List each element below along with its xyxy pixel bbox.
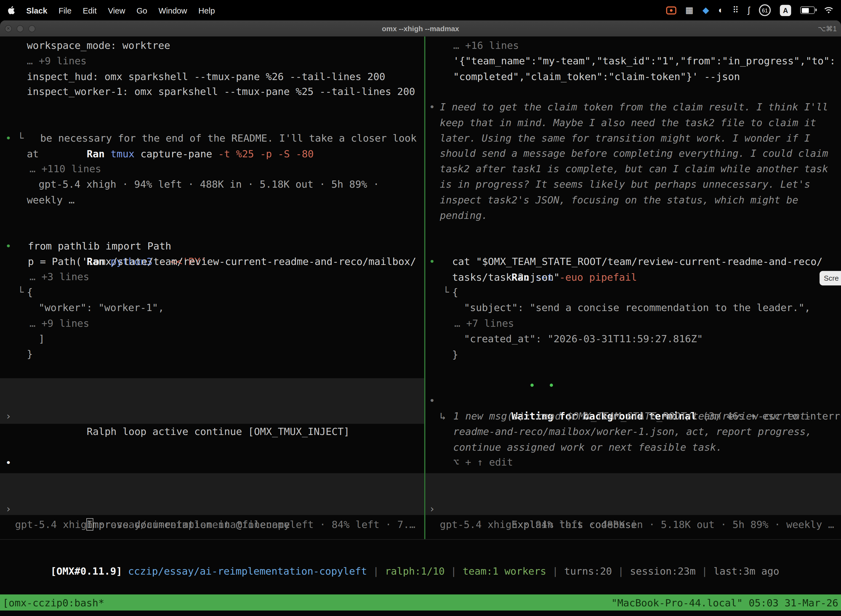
message-line: ↳1 new msg(s): read $OMX_TEAM_STATE_ROOT… — [425, 409, 841, 424]
output-line: weekly … — [0, 193, 424, 208]
terminal-line: workspace_mode: worktree — [0, 38, 424, 54]
ralph-inject-banner[interactable]: › Ralph loop active continue [OMX_TMUX_I… — [0, 378, 424, 424]
collapsed-lines-label: … +16 lines — [425, 38, 519, 54]
omx-version: [OMX#0.11.9] — [50, 565, 122, 576]
title-bar[interactable]: × omx --xhigh --madmax ⌥⌘1 — [0, 21, 841, 37]
prompt-suggestion-right[interactable]: › Explain this codebase — [425, 473, 841, 515]
text: inspect_worker-1: omx sparkshell --tmux-… — [0, 84, 415, 100]
output-line: └{ — [425, 285, 841, 301]
text: readme-and-reco/mailbox/worker-1.json, a… — [425, 424, 812, 440]
script-line: … +3 lines — [0, 270, 424, 285]
edit-hint: ⌥ + ↑ edit — [425, 455, 513, 471]
hook-icon[interactable]: ʃ — [748, 6, 750, 14]
notification-toast[interactable]: Scre — [819, 271, 841, 285]
input-source-icon[interactable]: A — [780, 5, 791, 16]
text: task2 after task1 is complete, but can I… — [425, 161, 828, 177]
working-status: • Working (6m 38s • esc to interrupt) — [0, 440, 424, 455]
message-line: continue assigned work or next feasible … — [425, 440, 841, 455]
dots-grid-icon[interactable]: ⠿ — [733, 6, 739, 14]
screen-recording-icon[interactable] — [666, 6, 676, 14]
minimize-button[interactable] — [16, 25, 23, 32]
menu-window[interactable]: Window — [158, 6, 187, 15]
menu-view[interactable]: View — [108, 6, 125, 15]
battery-nub — [815, 8, 817, 11]
window-shortcut: ⌥⌘1 — [818, 24, 837, 32]
output-line: ] — [0, 331, 424, 347]
text: later. Using the same for transition mig… — [425, 131, 810, 146]
menu-bar: Slack File Edit View Go Window Help ▦ ◆ … — [0, 0, 841, 21]
text: inspect_hud: omx sparkshell --tmux-pane … — [0, 69, 385, 84]
menu-edit[interactable]: Edit — [83, 6, 97, 15]
collapsed-lines-label: … +110 lines — [0, 162, 101, 177]
elbow-icon: └ — [443, 285, 449, 301]
terminal-line: inspect_worker-1: omx sparkshell --tmux-… — [0, 84, 424, 100]
battery-percent-icon[interactable]: 61 — [759, 4, 771, 16]
inject-text: Ralph loop active continue [OMX_TMUX_INJ… — [72, 424, 350, 440]
text: '{"team_name":"my-team","task_id":"1","f… — [425, 54, 835, 69]
text: gpt-5.4 xhigh · essay/ai-reimplementatio… — [0, 517, 415, 532]
tmux-host-clock: "MacBook-Pro-44.local" 05:03 31-Mar-26 — [611, 597, 838, 608]
terminal-window: × omx --xhigh --madmax ⌥⌘1 workspace_mod… — [0, 21, 841, 616]
output-line: "created_at": "2026-03-31T11:59:27.816Z" — [425, 331, 841, 347]
turns-count: turns:20 — [564, 565, 612, 576]
window-grid-icon[interactable]: ▦ — [686, 6, 693, 14]
zoom-button[interactable] — [28, 25, 35, 32]
prompt-line: › Improve documentation in @filename — [0, 486, 424, 502]
menu-bar-left: Slack File Edit View Go Window Help — [7, 6, 215, 15]
status-line: • Waiting for background terminal (3m 46… — [425, 378, 841, 393]
battery-icon[interactable] — [800, 6, 815, 14]
text: should send a message before completing … — [425, 146, 828, 161]
tmux-session-label: [omx-cczip0:bash* — [3, 597, 104, 608]
assistant-thinking-block: •I need to get the claim token from the … — [425, 100, 841, 224]
menu-file[interactable]: File — [59, 6, 72, 15]
text: "subject": "send a concise recommendatio… — [425, 301, 810, 316]
wifi-icon[interactable] — [824, 7, 834, 13]
contrast-icon[interactable]: ◐ — [718, 6, 724, 14]
script-line: tasks/task-2.json" — [425, 270, 841, 285]
output-line: … +110 lines — [0, 162, 424, 177]
tmux-pane-right[interactable]: … +16 lines '{"team_name":"my-team","tas… — [425, 37, 841, 539]
menu-go[interactable]: Go — [136, 6, 147, 15]
app-menu-slack[interactable]: Slack — [26, 6, 47, 15]
separator: | — [367, 565, 385, 576]
apple-menu-icon[interactable] — [7, 6, 15, 14]
right-scrollback: … +16 lines '{"team_name":"my-team","tas… — [425, 38, 841, 84]
chevron-icon: › — [5, 409, 11, 424]
text: "completed","claim_token":"claim-token"}… — [425, 69, 740, 84]
tmux-pane-left[interactable]: workspace_mode: worktree … +9 lines insp… — [0, 37, 424, 539]
output-line: "subject": "send a concise recommendatio… — [425, 301, 841, 316]
terminal-content: workspace_mode: worktree … +9 lines insp… — [0, 37, 841, 616]
output-line: gpt-5.4 xhigh · 94% left · 488K in · 5.1… — [0, 177, 424, 193]
text: "created_at": "2026-03-31T11:59:27.816Z" — [425, 331, 703, 347]
text: "worker": "worker-1", — [0, 301, 164, 316]
close-button[interactable]: × — [5, 25, 12, 32]
bullet-icon: • — [429, 393, 435, 408]
separator: | — [547, 565, 564, 576]
collapsed-lines-label: … +9 lines — [0, 316, 89, 331]
text: I need to get the claim token from the c… — [425, 100, 828, 115]
text: } — [425, 347, 458, 362]
collapsed-lines-label: … +7 lines — [425, 316, 514, 331]
chevron-icon: › — [5, 502, 11, 517]
command-line: • Ran python3 - <<'PY' — [0, 223, 424, 239]
team-workers: team:1 workers — [463, 565, 547, 576]
elbow-icon: └ — [18, 285, 24, 301]
text: gpt-5.4 xhigh · 94% left · 488K in · 5.1… — [425, 517, 834, 532]
ran-tmux-capture-block: • Ran tmux capture-pane -t %25 -p -S -80… — [0, 115, 424, 208]
prompt-line: › Explain this codebase — [425, 486, 841, 502]
blue-app-icon[interactable]: ◆ — [702, 6, 709, 14]
output-line: at — [0, 146, 424, 162]
terminal-line: "completed","claim_token":"claim-token"}… — [425, 69, 841, 84]
chevron-icon: › — [429, 502, 435, 517]
text: cat "$OMX_TEAM_STATE_ROOT/team/review-cu… — [425, 254, 822, 270]
menu-help[interactable]: Help — [198, 6, 215, 15]
thinking-line: inspect task2's JSON, focusing on the st… — [425, 192, 841, 208]
terminal-line: '{"team_name":"my-team","task_id":"1","f… — [425, 54, 841, 69]
thinking-line: pending. — [425, 208, 841, 223]
prompt-input-left[interactable]: › Improve documentation in @filename — [0, 473, 424, 515]
left-scrollback: workspace_mode: worktree … +9 lines insp… — [0, 38, 424, 100]
script-line: cat "$OMX_TEAM_STATE_ROOT/team/review-cu… — [425, 254, 841, 270]
elbow-icon: └ — [18, 131, 24, 146]
spinner-dot — [549, 384, 553, 387]
battery-percent-label: 61 — [762, 7, 768, 13]
